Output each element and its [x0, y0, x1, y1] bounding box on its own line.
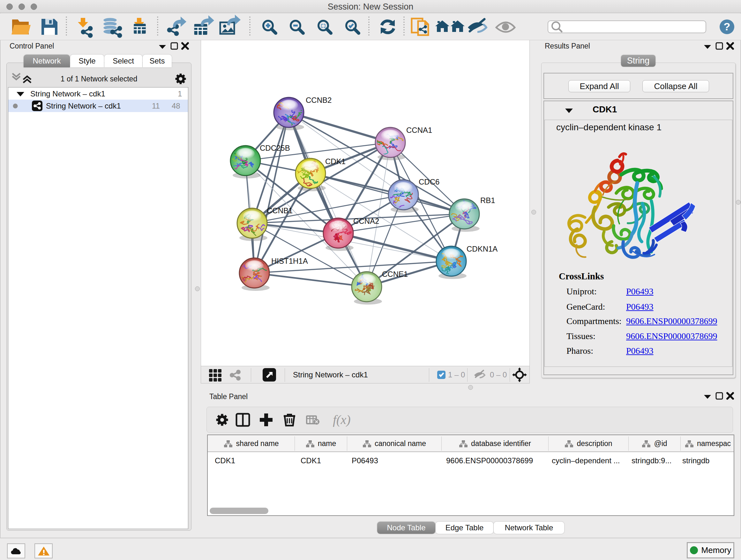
- svg-text:CCNA2: CCNA2: [353, 217, 379, 226]
- svg-text:?: ?: [724, 20, 731, 33]
- svg-text:CCNA1: CCNA1: [406, 126, 432, 134]
- svg-text:f(x): f(x): [333, 413, 351, 427]
- svg-text:CCNB2: CCNB2: [306, 96, 332, 105]
- svg-text:HIST1H1A: HIST1H1A: [271, 257, 308, 265]
- svg-text:RB1: RB1: [480, 196, 495, 205]
- svg-text:CCNE1: CCNE1: [382, 270, 408, 278]
- svg-text:CDKN1A: CDKN1A: [467, 245, 497, 253]
- svg-text:CCNB1: CCNB1: [267, 206, 293, 215]
- svg-text:CDK1: CDK1: [325, 157, 346, 166]
- svg-text:CDC6: CDC6: [419, 178, 440, 186]
- svg-text:CDC25B: CDC25B: [260, 144, 290, 152]
